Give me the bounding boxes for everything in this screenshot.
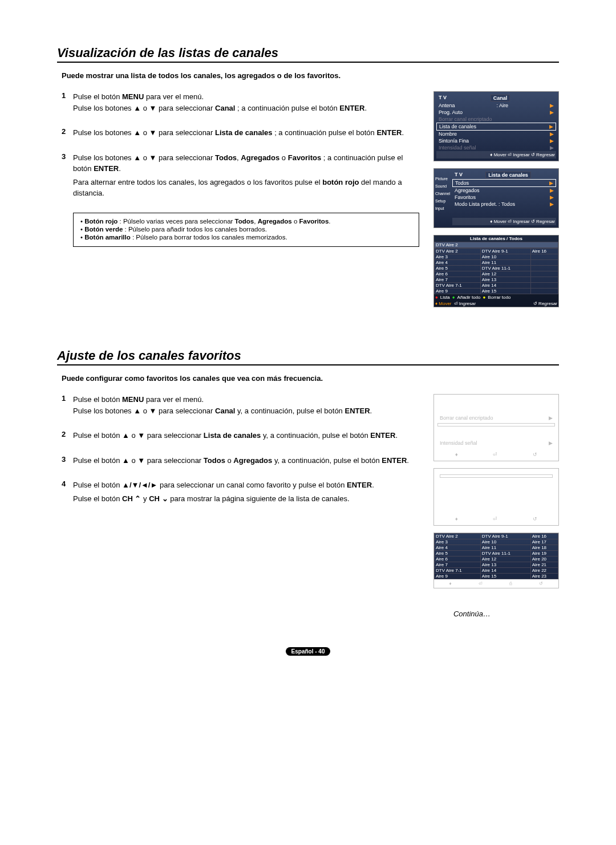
move-icon: ♦	[455, 452, 458, 457]
section1-title: Visualización de las listas de canales	[57, 46, 559, 60]
page-number: Español - 40	[57, 647, 559, 656]
step-num: 1	[62, 91, 73, 116]
ghost-osd-1: Borrar canal encriptado▶ Intensidad seña…	[433, 394, 559, 461]
rule	[57, 364, 559, 365]
step-num: 3	[62, 455, 73, 469]
continues: Continúa…	[57, 610, 491, 618]
section2-title: Ajuste de los canales favoritos	[57, 348, 559, 363]
osd-lista: PictureSoundChannelSetupInput T VLista d…	[433, 168, 559, 228]
osd-channel-list-2: DTV Aire 2DTV Aire 9-1Aire 16Aire 3Aire …	[433, 533, 559, 588]
move-icon: ♦	[455, 516, 458, 522]
ghost-osd-2: ♦⏎↺	[433, 468, 559, 526]
step2-text: Pulse los botones ▲ o ▼ para seleccionar…	[73, 127, 419, 141]
section1-intro: Puede mostrar una lista de todos los can…	[57, 71, 559, 80]
s2-step2-text: Pulse el botón ▲ o ▼ para seleccionar Li…	[73, 430, 419, 444]
step-num: 4	[62, 480, 73, 506]
step-num: 3	[62, 152, 73, 201]
rule	[57, 62, 559, 63]
section2-intro: Puede configurar como favoritos los cana…	[57, 374, 559, 383]
return-icon: ↺	[533, 452, 537, 457]
step1-text: Pulse el botón MENU para ver el menú. Pu…	[73, 91, 419, 116]
return-icon: ↺	[533, 516, 537, 522]
step-num: 2	[62, 127, 73, 141]
s2-step3-text: Pulse el botón ▲ o ▼ para seleccionar To…	[73, 455, 419, 469]
s2-step1-text: Pulse el botón MENU para ver el menú. Pu…	[73, 394, 419, 419]
osd-channel-list: Lista de canales / Todos DTV Aire 2 DTV …	[433, 235, 559, 307]
enter-icon: ⏎	[493, 516, 497, 522]
enter-icon: ⏎	[493, 452, 497, 457]
osd-canal: T VCanal Antena: Aire▶ Prog. Auto▶ Borra…	[433, 91, 559, 161]
step-num: 1	[62, 394, 73, 419]
s2-step4-text: Pulse el botón ▲/▼/◄/► para seleccionar …	[73, 480, 419, 506]
note-box: Botón rojo : Púlselo varias veces para s…	[73, 213, 419, 247]
step3-text: Pulse los botones ▲ o ▼ para seleccionar…	[73, 152, 419, 201]
step-num: 2	[62, 430, 73, 444]
